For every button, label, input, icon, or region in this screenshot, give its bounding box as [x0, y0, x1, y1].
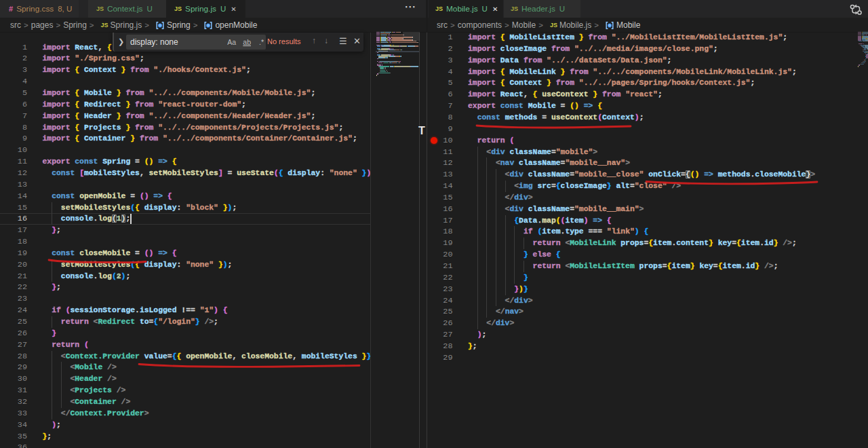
svg-text:T: T [418, 125, 425, 136]
